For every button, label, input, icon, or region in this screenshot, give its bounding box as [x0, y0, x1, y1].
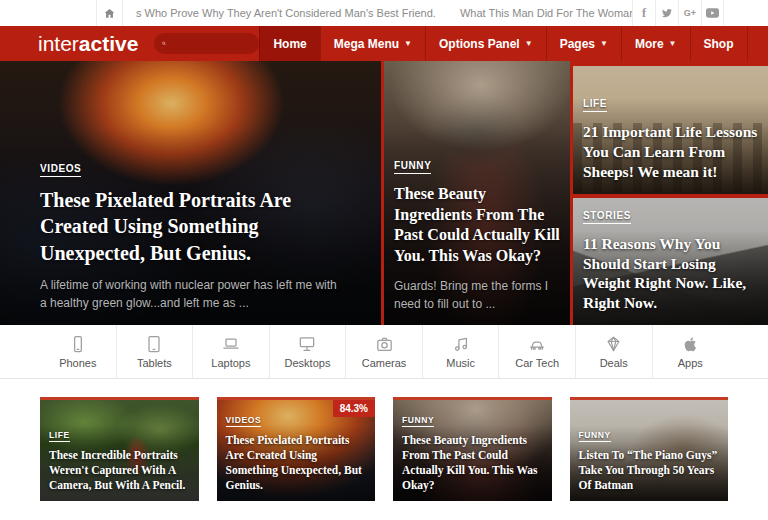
chevron-down-icon: ▼ — [525, 39, 533, 48]
news-ticker: s Who Prove Why They Aren't Considered M… — [123, 0, 632, 26]
category-cameras[interactable]: Cameras — [345, 325, 422, 378]
nav-item-pages[interactable]: Pages ▼ — [546, 26, 621, 61]
category-desktops[interactable]: Desktops — [269, 325, 346, 378]
article-content: STORIES 11 Reasons Why You Should Start … — [573, 205, 768, 325]
featured-right-column: LIFE 21 Important Life Lessons You Can L… — [573, 61, 768, 325]
featured-article-stories[interactable]: STORIES 11 Reasons Why You Should Start … — [573, 198, 768, 326]
category-badge[interactable]: VIDEOS — [226, 415, 262, 427]
card-content: FUNNY These Beauty Ingredients From The … — [393, 409, 552, 501]
featured-article-life[interactable]: LIFE 21 Important Life Lessons You Can L… — [573, 66, 768, 194]
category-car-tech[interactable]: Car Tech — [498, 325, 575, 378]
category-deals[interactable]: Deals — [575, 325, 652, 378]
article-title[interactable]: These Beauty Ingredients From The Past C… — [394, 184, 560, 267]
category-badge[interactable]: FUNNY — [579, 430, 611, 442]
chevron-down-icon: ▼ — [669, 39, 677, 48]
laptop-icon — [220, 334, 242, 354]
car-icon — [526, 334, 548, 354]
featured-grid: VIDEOS These Pixelated Portraits Are Cre… — [0, 61, 768, 325]
top-bar: s Who Prove Why They Aren't Considered M… — [0, 0, 768, 26]
diamond-icon — [603, 334, 624, 354]
article-card[interactable]: FUNNY Listen To “The Piano Guys” Take Yo… — [570, 397, 729, 501]
google-plus-icon[interactable]: G+ — [678, 0, 701, 26]
article-excerpt: Guards! Bring me the forms I need to fil… — [394, 277, 560, 313]
nav-item-more[interactable]: More ▼ — [621, 26, 690, 61]
category-badge[interactable]: LIFE — [583, 98, 607, 112]
card-content: FUNNY Listen To “The Piano Guys” Take Yo… — [570, 424, 729, 501]
category-badge[interactable]: FUNNY — [402, 415, 434, 427]
category-badge[interactable]: VIDEOS — [40, 163, 81, 177]
chevron-down-icon: ▼ — [600, 39, 608, 48]
nav-item-mega-menu[interactable]: Mega Menu ▼ — [320, 26, 425, 61]
category-badge[interactable]: STORIES — [583, 210, 631, 224]
article-content: VIDEOS These Pixelated Portraits Are Cre… — [0, 158, 381, 325]
social-links: f G+ — [632, 0, 724, 26]
article-card[interactable]: 84.3% VIDEOS These Pixelated Portraits A… — [217, 397, 376, 501]
card-title[interactable]: Listen To “The Piano Guys” Take You Thro… — [579, 448, 720, 493]
logo-text-bold: active — [79, 32, 139, 56]
camera-icon — [374, 334, 395, 354]
category-apps[interactable]: Apps — [652, 325, 729, 378]
article-title[interactable]: 11 Reasons Why You Should Start Losing W… — [583, 234, 758, 313]
search-icon — [162, 38, 166, 49]
logo-text-light: inter — [38, 32, 79, 56]
category-laptops[interactable]: Laptops — [192, 325, 269, 378]
card-title[interactable]: These Incredible Portraits Weren't Captu… — [49, 448, 190, 493]
chevron-down-icon: ▼ — [404, 39, 412, 48]
category-badge[interactable]: LIFE — [49, 430, 70, 442]
youtube-icon[interactable] — [701, 0, 724, 26]
featured-article-videos[interactable]: VIDEOS These Pixelated Portraits Are Cre… — [0, 61, 381, 325]
card-content: VIDEOS These Pixelated Portraits Are Cre… — [217, 409, 376, 501]
apple-icon — [681, 334, 700, 354]
category-strip: Phones Tablets Laptops Desktops Cameras … — [0, 325, 768, 379]
site-logo[interactable]: interactive — [38, 26, 138, 61]
ticker-item[interactable]: What This Man Did For The Woman He Loves… — [460, 7, 632, 19]
ticker-item[interactable]: s Who Prove Why They Aren't Considered M… — [136, 7, 436, 19]
article-card[interactable]: LIFE These Incredible Portraits Weren't … — [40, 397, 199, 501]
category-phones[interactable]: Phones — [40, 325, 116, 378]
facebook-icon[interactable]: f — [632, 0, 655, 26]
article-title[interactable]: 21 Important Life Lessons You Can Learn … — [583, 122, 758, 181]
twitter-icon[interactable] — [655, 0, 678, 26]
category-music[interactable]: Music — [422, 325, 499, 378]
nav-menu: Home Mega Menu ▼ Options Panel ▼ Pages ▼… — [259, 26, 747, 61]
article-title[interactable]: These Pixelated Portraits Are Created Us… — [40, 187, 345, 266]
nav-item-shop[interactable]: Shop — [690, 26, 748, 61]
main-navbar: interactive Home Mega Menu ▼ Options Pan… — [0, 26, 768, 61]
article-excerpt: A lifetime of working with nuclear power… — [40, 276, 345, 312]
category-badge[interactable]: FUNNY — [394, 160, 431, 174]
card-content: LIFE These Incredible Portraits Weren't … — [40, 424, 199, 501]
music-note-icon — [451, 334, 471, 354]
smartphone-icon — [68, 334, 88, 354]
card-title[interactable]: These Beauty Ingredients From The Past C… — [402, 433, 543, 493]
monitor-icon — [296, 334, 318, 354]
article-content: FUNNY These Beauty Ingredients From The … — [384, 155, 570, 325]
search-box[interactable] — [154, 33, 259, 54]
nav-item-home[interactable]: Home — [259, 26, 319, 61]
article-card-row: LIFE These Incredible Portraits Weren't … — [0, 379, 768, 501]
card-title[interactable]: These Pixelated Portraits Are Created Us… — [226, 433, 367, 493]
article-card[interactable]: FUNNY These Beauty Ingredients From The … — [393, 397, 552, 501]
home-icon[interactable] — [96, 0, 123, 26]
nav-item-options-panel[interactable]: Options Panel ▼ — [425, 26, 546, 61]
article-content: LIFE 21 Important Life Lessons You Can L… — [573, 93, 768, 193]
search-input[interactable] — [171, 37, 251, 51]
category-tablets[interactable]: Tablets — [116, 325, 193, 378]
tablet-icon — [144, 334, 164, 354]
featured-article-funny[interactable]: FUNNY These Beauty Ingredients From The … — [384, 61, 570, 325]
